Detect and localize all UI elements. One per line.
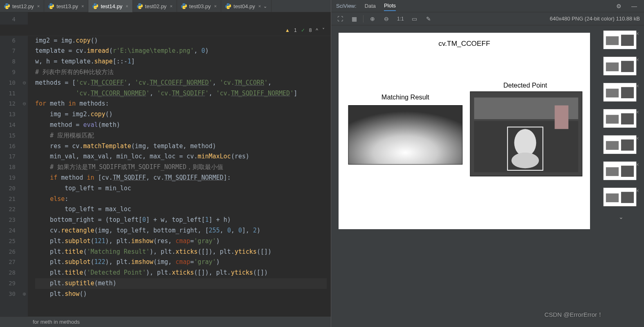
close-icon[interactable]: × [636, 56, 639, 63]
close-icon[interactable]: × [258, 4, 261, 9]
svg-rect-24 [621, 61, 634, 72]
code-line[interactable]: img2 = img.copy() [35, 36, 327, 46]
code-line[interactable]: min_val, max_val, min_loc, max_loc = cv.… [35, 151, 327, 162]
code-line[interactable]: w, h = template.shape[::-1] [35, 56, 327, 67]
plot-thumbnail[interactable] [603, 187, 637, 206]
close-icon[interactable]: × [636, 187, 639, 194]
plot-thumbnails: ×××××××⌄ [598, 25, 644, 327]
editor-tab-bar: test12.py×test13.py×test14.py×test02.py×… [0, 0, 331, 12]
svg-point-0 [6, 4, 6, 4]
plot-canvas: cv.TM_CCOEFF Matching Result Detected Po… [339, 33, 590, 229]
sciview-toolbar: ⛶ ▦ ⊕ ⊖ 1:1 ▭ ✎ 640x480 PNG (24-bit colo… [331, 12, 644, 25]
editor-tab[interactable]: test14.py× [88, 0, 132, 12]
code-line[interactable]: # 应用模板匹配 [35, 131, 327, 141]
code-line[interactable]: top_left = max_loc [35, 204, 327, 215]
code-line[interactable]: bottom_right = (top_left[0] + w, top_lef… [35, 215, 327, 226]
chevron-down-icon[interactable]: ⌄ [263, 4, 267, 9]
code-line[interactable]: method = eval(meth) [35, 120, 327, 131]
zoom-in-icon[interactable]: ⊕ [368, 14, 377, 24]
svg-rect-36 [621, 166, 634, 177]
plot-thumbnail[interactable] [603, 161, 637, 180]
close-icon[interactable]: × [636, 83, 639, 89]
code-editor[interactable]: img = cv.imread(r'E:\image\test15.png', … [28, 12, 331, 316]
editor-tab[interactable]: test04.py×⌄ [221, 0, 272, 12]
code-line[interactable]: if method in [cv.TM_SQDIFF, cv.TM_SQDIFF… [35, 173, 327, 183]
code-line[interactable]: else: [35, 194, 327, 205]
editor-tab[interactable]: test13.py× [44, 0, 88, 12]
svg-rect-39 [621, 192, 634, 203]
code-line[interactable]: # 列表中所有的6种比较方法 [35, 67, 327, 78]
code-line[interactable]: img = cv.imread(r'E:\image\test15.png', … [35, 25, 327, 36]
svg-rect-29 [606, 115, 619, 124]
plot-thumbnail[interactable] [603, 56, 637, 75]
code-line[interactable]: plt.suptitle(meth) [35, 278, 327, 289]
plot-thumbnail[interactable] [603, 30, 637, 49]
close-icon[interactable]: × [170, 4, 172, 9]
matching-result-image [348, 106, 462, 165]
tab-plots[interactable]: Plots [384, 1, 396, 11]
sciview-header: SciView: Data Plots ⚙ — [331, 0, 644, 12]
code-line[interactable]: plt.subplot(121), plt.imshow(res, cmap='… [35, 236, 327, 247]
tab-data[interactable]: Data [365, 1, 376, 11]
editor-tab[interactable]: test12.py× [0, 0, 44, 12]
close-icon[interactable]: × [636, 161, 639, 168]
sciview-pane: SciView: Data Plots ⚙ — ⛶ ▦ ⊕ ⊖ 1:1 ▭ ✎ … [331, 0, 644, 327]
code-line[interactable]: plt.show() [35, 289, 327, 300]
tab-label: test04.py [233, 3, 255, 9]
code-line[interactable]: plt.title('Matching Result'), plt.xticks… [35, 247, 327, 257]
plot-viewport[interactable]: cv.TM_CCOEFF Matching Result Detected Po… [331, 25, 598, 327]
svg-point-4 [94, 4, 95, 4]
grid-icon[interactable]: ▦ [349, 14, 359, 24]
minimize-icon[interactable]: — [629, 1, 639, 11]
close-icon[interactable]: × [37, 4, 40, 9]
close-icon[interactable]: × [636, 135, 639, 142]
rect-select-icon[interactable]: ▭ [410, 14, 420, 24]
code-line[interactable]: res = cv.matchTemplate(img, template, me… [35, 141, 327, 152]
code-line[interactable]: cv.rectangle(img, top_left, bottom_right… [35, 226, 327, 236]
code-line[interactable]: 'cv.TM_CCORR_NORMED', 'cv.TM_SQDIFF', 'c… [35, 88, 327, 99]
breadcrumb-item[interactable]: for meth in methods [33, 319, 80, 325]
svg-point-6 [139, 4, 139, 4]
gear-icon[interactable]: ⚙ [614, 1, 624, 11]
svg-point-7 [140, 8, 141, 8]
code-line[interactable]: for meth in methods: [35, 99, 327, 109]
svg-rect-18 [555, 106, 569, 129]
color-picker-icon[interactable]: ✎ [424, 14, 433, 24]
svg-rect-26 [606, 89, 619, 97]
code-line[interactable]: img = img2.copy() [35, 109, 327, 120]
image-info: 640x480 PNG (24-bit color) 110.88 kB [550, 16, 640, 22]
svg-rect-30 [621, 113, 634, 124]
code-line[interactable]: # 如果方法是TM_SQDIFF或TM_SQDIFF_NORMED，则取最小值 [35, 162, 327, 173]
chevron-down-icon[interactable]: ⌄ [601, 214, 641, 220]
svg-rect-35 [606, 167, 619, 176]
one-to-one-button[interactable]: 1:1 [395, 14, 406, 24]
plot-thumbnail[interactable] [603, 83, 637, 101]
detected-point-image [470, 92, 582, 176]
fit-icon[interactable]: ⛶ [335, 14, 345, 24]
code-line[interactable]: top_left = min_loc [35, 183, 327, 194]
svg-point-17 [512, 153, 539, 168]
code-line[interactable]: plt.subplot(122), plt.imshow(img, cmap='… [35, 257, 327, 268]
plot-thumbnail[interactable] [603, 109, 637, 128]
code-line[interactable] [35, 14, 327, 25]
close-icon[interactable]: × [81, 4, 84, 9]
zoom-out-icon[interactable]: ⊖ [381, 14, 391, 24]
close-icon[interactable]: × [636, 109, 639, 115]
svg-point-11 [229, 8, 229, 8]
close-icon[interactable]: × [126, 4, 128, 9]
svg-rect-20 [606, 36, 619, 45]
code-line[interactable]: template = cv.imread(r'E:\image\temple.p… [35, 46, 327, 56]
close-icon[interactable]: × [636, 30, 639, 37]
plot-thumbnail[interactable] [603, 135, 637, 154]
watermark: CSDN @ErrorError！ [544, 311, 603, 319]
code-line[interactable]: plt.title('Detected Point'), plt.xticks(… [35, 268, 327, 278]
breadcrumbs-bar[interactable]: for meth in methods [0, 316, 331, 327]
svg-rect-33 [621, 140, 634, 151]
tab-label: test02.py [145, 3, 167, 9]
svg-rect-23 [606, 63, 619, 71]
editor-tab[interactable]: test03.py× [177, 0, 221, 12]
editor-tab[interactable]: test02.py× [133, 0, 177, 12]
close-icon[interactable]: × [214, 4, 217, 9]
code-line[interactable]: methods = ['cv.TM_CCOEFF', 'cv.TM_CCOEFF… [35, 78, 327, 88]
sciview-label: SciView: [336, 3, 357, 9]
